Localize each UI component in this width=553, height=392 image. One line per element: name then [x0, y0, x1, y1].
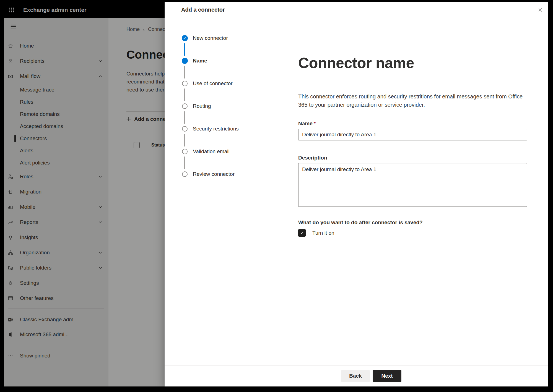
dialog-title: Add a connector: [181, 7, 225, 13]
step-label: Routing: [193, 103, 211, 109]
dialog-body: New connector Name Use of connector Rout…: [165, 18, 548, 365]
wizard-steps-column: New connector Name Use of connector Rout…: [165, 18, 280, 365]
turn-it-on-checkbox[interactable]: [298, 229, 306, 237]
step-connector-line: [184, 156, 185, 169]
step-upcoming-icon: [182, 81, 188, 86]
back-button[interactable]: Back: [341, 370, 370, 382]
wizard-step-name[interactable]: Name: [165, 58, 280, 80]
next-button[interactable]: Next: [373, 370, 401, 382]
step-upcoming-icon: [182, 149, 188, 154]
step-current-icon: [182, 58, 188, 64]
turn-it-on-label: Turn it on: [312, 230, 334, 236]
step-connector-line: [184, 111, 185, 124]
close-button[interactable]: [537, 6, 544, 14]
step-label: Security restrictions: [193, 126, 239, 132]
add-connector-dialog: Add a connector New connector Name: [165, 2, 548, 386]
checkmark-icon: [300, 231, 304, 235]
step-label: Validation email: [193, 148, 230, 155]
required-asterisk: *: [314, 121, 316, 126]
name-input[interactable]: [298, 129, 527, 140]
close-icon: [538, 7, 543, 13]
step-label: New connector: [193, 35, 228, 41]
step-connector-line: [184, 66, 185, 79]
step-connector-line: [184, 88, 185, 101]
turn-it-on-checkbox-row[interactable]: Turn it on: [298, 229, 528, 237]
step-connector-line: [184, 134, 185, 147]
step-upcoming-icon: [182, 126, 188, 132]
description-field-label: Description: [298, 155, 528, 161]
description-textarea[interactable]: Deliver journal directly to Area 1: [298, 163, 527, 207]
wizard-step-security-restrictions[interactable]: Security restrictions: [165, 126, 280, 148]
content-heading: Connector name: [298, 54, 528, 71]
after-save-question: What do you want to do after connector i…: [298, 219, 528, 226]
step-label: Review connector: [193, 171, 235, 177]
dialog-content: Connector name This connector enforces r…: [280, 18, 548, 365]
wizard-step-new-connector[interactable]: New connector: [165, 35, 280, 58]
wizard-step-routing[interactable]: Routing: [165, 103, 280, 126]
dialog-footer: Back Next: [165, 365, 548, 386]
wizard-step-validation-email[interactable]: Validation email: [165, 148, 280, 171]
dialog-header: Add a connector: [165, 2, 548, 18]
step-completed-icon: [182, 35, 188, 41]
screen: Exchange admin center Home Recipients Ma…: [4, 2, 548, 386]
step-label: Name: [193, 58, 207, 64]
wizard-step-review-connector[interactable]: Review connector: [165, 171, 280, 194]
content-description: This connector enforces routing and secu…: [298, 92, 528, 109]
step-label: Use of connector: [193, 80, 233, 87]
step-upcoming-icon: [182, 171, 188, 177]
step-connector-line: [184, 43, 185, 56]
name-field-label: Name*: [298, 121, 528, 127]
wizard-step-use-of-connector[interactable]: Use of connector: [165, 80, 280, 103]
step-upcoming-icon: [182, 103, 188, 109]
